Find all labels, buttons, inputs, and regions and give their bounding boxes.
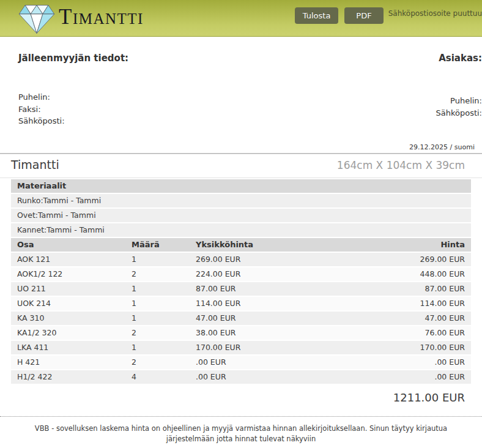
product-name: Timantti	[11, 158, 59, 171]
part-price: 269.00 EUR	[343, 253, 471, 266]
part-price: 76.00 EUR	[343, 326, 471, 340]
part-code: KA 310	[11, 312, 125, 325]
part-qty: 2	[125, 356, 190, 369]
table-row: H1/2 422 4 .00 EUR .00 EUR	[11, 370, 471, 384]
table-row: LKA 411 1 170.00 EUR 170.00 EUR	[11, 341, 471, 354]
parts-column-header-row: Osa Määrä Yksikköhinta Hinta	[11, 238, 471, 252]
date-locale: 29.12.2025 / suomi	[0, 143, 482, 151]
part-unit-price: .00 EUR	[190, 356, 343, 369]
customer-info-column: Asiakas: Puhelin: Sähköposti:	[328, 53, 482, 127]
diamond-logo-icon	[17, 2, 56, 35]
dealer-email-label: Sähköposti:	[18, 115, 328, 127]
material-value: Kannet:Tammi - Tammi	[11, 223, 471, 237]
product-title-row: Timantti 164cm X 104cm X 39cm	[0, 154, 482, 178]
customer-email-label: Sähköposti:	[328, 107, 482, 119]
part-unit-price: 87.00 EUR	[190, 282, 343, 296]
total-amount: 1211.00 EUR	[0, 385, 482, 404]
table-row: KA 310 1 47.00 EUR 47.00 EUR	[11, 312, 471, 325]
dealer-info-labels: Puhelin: Faksi: Sähköposti:	[18, 91, 328, 127]
part-price: .00 EUR	[343, 370, 471, 384]
part-unit-price: 224.00 EUR	[190, 267, 343, 281]
quote-table: Materiaalit Runko:Tammi - Tammi Ovet:Tam…	[11, 178, 471, 385]
dealer-fax-label: Faksi:	[18, 103, 328, 116]
table-row: UO 211 1 87.00 EUR 87.00 EUR	[11, 282, 471, 296]
dealer-info-column: Jälleenmyyjän tiedot: Puhelin: Faksi: Sä…	[18, 53, 328, 127]
table-row: AOK1/2 122 2 224.00 EUR 448.00 EUR	[11, 267, 471, 281]
product-dimensions: 164cm X 104cm X 39cm	[337, 159, 471, 171]
dealer-info-heading: Jälleenmyyjän tiedot:	[18, 53, 328, 64]
part-unit-price: .00 EUR	[190, 370, 343, 384]
part-code: LKA 411	[11, 341, 125, 354]
part-code: UO 211	[11, 282, 125, 296]
part-qty: 2	[125, 267, 190, 281]
email-missing-status: Sähköpostiosoite puuttuu	[388, 9, 482, 18]
part-price: .00 EUR	[343, 356, 471, 369]
part-price: 47.00 EUR	[343, 312, 471, 325]
part-qty: 1	[125, 312, 190, 325]
divider	[0, 416, 482, 417]
part-unit-price: 170.00 EUR	[190, 341, 343, 354]
materials-heading: Materiaalit	[11, 179, 471, 193]
dealer-phone-label: Puhelin:	[18, 91, 328, 103]
table-row: AOK 121 1 269.00 EUR 269.00 EUR	[11, 253, 471, 266]
app-header: Timantti Tulosta PDF Sähköpostiosoite pu…	[0, 0, 482, 37]
quote-table-wrapper: Materiaalit Runko:Tammi - Tammi Ovet:Tam…	[11, 178, 471, 385]
customer-info-heading: Asiakas:	[328, 53, 482, 64]
column-header-yksikkohinta: Yksikköhinta	[190, 238, 343, 252]
part-unit-price: 114.00 EUR	[190, 297, 343, 310]
material-row: Ovet:Tammi - Tammi	[11, 209, 471, 222]
part-price: 87.00 EUR	[343, 282, 471, 296]
brand-title: Timantti	[59, 5, 144, 29]
part-price: 448.00 EUR	[343, 267, 471, 281]
part-code: AOK1/2 122	[11, 267, 125, 281]
column-header-osa: Osa	[11, 238, 125, 252]
materials-section-header: Materiaalit	[11, 179, 471, 193]
part-price: 114.00 EUR	[343, 297, 471, 310]
footer-disclaimer: VBB - sovelluksen laskema hinta on ohjee…	[27, 424, 455, 446]
column-header-hinta: Hinta	[343, 238, 471, 252]
info-section: Jälleenmyyjän tiedot: Puhelin: Faksi: Sä…	[0, 37, 482, 127]
pdf-button[interactable]: PDF	[344, 7, 383, 24]
material-value: Ovet:Tammi - Tammi	[11, 209, 471, 222]
part-code: KA1/2 320	[11, 326, 125, 340]
material-value: Runko:Tammi - Tammi	[11, 194, 471, 207]
part-code: H1/2 422	[11, 370, 125, 384]
table-row: UOK 214 1 114.00 EUR 114.00 EUR	[11, 297, 471, 310]
part-code: H 421	[11, 356, 125, 369]
print-button[interactable]: Tulosta	[295, 7, 339, 24]
part-qty: 1	[125, 297, 190, 310]
table-row: KA1/2 320 2 38.00 EUR 76.00 EUR	[11, 326, 471, 340]
column-header-maara: Määrä	[125, 238, 190, 252]
part-code: UOK 214	[11, 297, 125, 310]
material-row: Runko:Tammi - Tammi	[11, 194, 471, 207]
part-qty: 1	[125, 282, 190, 296]
part-unit-price: 38.00 EUR	[190, 326, 343, 340]
part-qty: 2	[125, 326, 190, 340]
part-qty: 1	[125, 341, 190, 354]
part-code: AOK 121	[11, 253, 125, 266]
part-unit-price: 269.00 EUR	[190, 253, 343, 266]
customer-info-labels: Puhelin: Sähköposti:	[328, 95, 482, 119]
part-qty: 4	[125, 370, 190, 384]
material-row: Kannet:Tammi - Tammi	[11, 223, 471, 237]
part-price: 170.00 EUR	[343, 341, 471, 354]
customer-phone-label: Puhelin:	[328, 95, 482, 107]
table-row: H 421 2 .00 EUR .00 EUR	[11, 356, 471, 369]
part-unit-price: 47.00 EUR	[190, 312, 343, 325]
part-qty: 1	[125, 253, 190, 266]
